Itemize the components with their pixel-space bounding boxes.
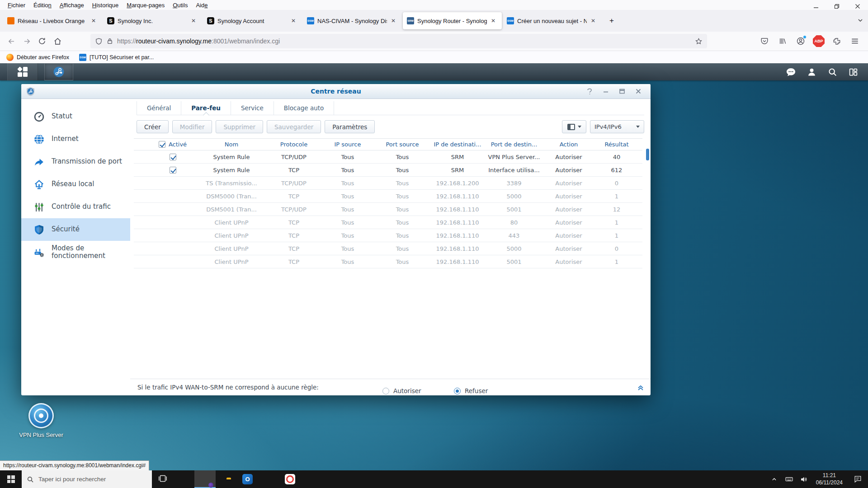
taskbar-app-task-view[interactable] [152, 470, 173, 488]
rule-enabled-checkbox[interactable] [170, 167, 176, 174]
table-row[interactable]: System RuleTCP/UDPTousTousSRMVPN Plus Se… [134, 150, 642, 164]
ip-version-select[interactable]: IPv4/IPv6 [590, 120, 644, 133]
select-all-checkbox[interactable] [159, 141, 165, 148]
network-center-taskbar-button[interactable] [44, 63, 73, 80]
sidebar-item-transmission-de-port[interactable]: Transmission de port [21, 150, 130, 173]
restore-icon[interactable] [826, 0, 847, 13]
taskbar-search-box[interactable]: Taper ici pour rechercher [22, 470, 152, 488]
menu-outils[interactable]: Outils [169, 1, 192, 9]
minimize-icon[interactable] [806, 0, 826, 13]
radio-option-refuser[interactable]: Refuser [454, 387, 488, 394]
back-icon[interactable] [4, 34, 19, 48]
tracking-shield-icon[interactable] [95, 38, 103, 45]
column-header-ip-de-destinati[interactable]: IP de destinati... [429, 141, 486, 148]
extensions-puzzle-icon[interactable] [830, 34, 844, 48]
search-icon[interactable] [822, 63, 843, 80]
modifier-button[interactable]: Modifier [172, 120, 212, 133]
browser-tab[interactable]: SSynology Account [203, 12, 302, 29]
column-header-nom[interactable]: Nom [195, 141, 268, 148]
column-header-protocole[interactable]: Protocole [268, 141, 320, 148]
sidebar-item-internet[interactable]: Internet [21, 128, 130, 150]
menu-fichier[interactable]: Fichier [4, 1, 29, 9]
new-tab-button[interactable] [605, 14, 618, 28]
action-center-icon[interactable] [847, 475, 868, 483]
tab-close-icon[interactable] [389, 16, 398, 25]
menu-aide[interactable]: Aide [192, 1, 212, 9]
taskbar-app-red-app[interactable] [279, 470, 301, 488]
tab-blocage-auto[interactable]: Blocage auto [274, 101, 335, 115]
tab-service[interactable]: Service [231, 101, 274, 115]
volume-icon[interactable] [797, 470, 811, 488]
radio-option-autoriser[interactable]: Autoriser [382, 387, 421, 394]
menu-historique[interactable]: Historique [88, 1, 123, 9]
window-titlebar[interactable]: Centre réseau [21, 84, 651, 99]
sauvegarder-button[interactable]: Sauvegarder [267, 120, 321, 133]
menu-edition[interactable]: Édition [29, 1, 56, 9]
table-row[interactable]: Client UPnPTCPTousTous192.168.1.1105000A… [134, 242, 642, 255]
sidebar-item-reseau-local[interactable]: Réseau local [21, 173, 130, 196]
bookmark-tuto-securiser-et-par[interactable]: DSM[TUTO] Sécuriser et par... [79, 54, 154, 61]
touch-keyboard-icon[interactable] [782, 470, 797, 488]
table-row[interactable]: Client UPnPTCPTousTous192.168.1.110443Au… [134, 229, 642, 242]
home-icon[interactable] [50, 34, 65, 48]
close-icon[interactable] [847, 0, 868, 13]
tab-close-icon[interactable] [89, 16, 98, 25]
browser-tab[interactable]: SSynology Inc. [103, 12, 202, 29]
tab-pare-feu[interactable]: Pare-feu [181, 101, 231, 115]
sidebar-item-modes-de-fonctionnement[interactable]: Modes de fonctionnement [21, 241, 130, 263]
help-icon[interactable] [585, 87, 594, 95]
window-maximize-icon[interactable] [618, 87, 626, 95]
taskbar-clock[interactable]: 11:21 06/11/2024 [811, 472, 847, 486]
window-close-icon[interactable] [634, 87, 642, 95]
column-header-ip-source[interactable]: IP source [320, 141, 375, 148]
column-header-active[interactable]: Activé [150, 141, 195, 148]
reload-icon[interactable] [34, 34, 50, 48]
column-header-port-de-destin[interactable]: Port de destin... [486, 141, 542, 148]
row-enabled-cell[interactable] [150, 154, 195, 160]
tab-close-icon[interactable] [189, 16, 198, 25]
browser-tab[interactable]: Réseau - Livebox Orange [3, 12, 102, 29]
sidebar-item-controle-du-trafic[interactable]: Contrôle du trafic [21, 196, 130, 218]
taskbar-app-blue-app[interactable] [258, 470, 279, 488]
tab-general[interactable]: Général [137, 101, 181, 115]
column-header-port-source[interactable]: Port source [375, 141, 429, 148]
parametres-button[interactable]: Paramètres [325, 120, 375, 133]
bookmark-star-icon[interactable] [695, 38, 703, 45]
radio-selected-icon[interactable] [454, 388, 461, 394]
url-bar[interactable]: https://routeur-civam.synology.me:8001/w… [90, 34, 707, 48]
creer-button[interactable]: Créer [137, 120, 169, 133]
taskbar-app-firefox[interactable] [194, 470, 216, 488]
tab-close-icon[interactable] [289, 16, 298, 25]
supprimer-button[interactable]: Supprimer [216, 120, 263, 133]
collapse-footer-icon[interactable] [637, 384, 644, 391]
library-icon[interactable] [776, 34, 789, 48]
table-row[interactable]: DSM5000 (Tran...TCPTousTous192.168.1.110… [134, 190, 642, 203]
table-row[interactable]: Client UPnPTCPTousTous192.168.1.11080Aut… [134, 216, 642, 229]
tab-close-icon[interactable] [489, 16, 498, 25]
table-row[interactable]: DSM5001 (Tran...TCP/UDPTousTous192.168.1… [134, 203, 642, 216]
window-minimize-icon[interactable] [602, 87, 610, 95]
adblock-icon[interactable]: ABP [812, 34, 826, 48]
taskbar-app-outlook[interactable] [237, 470, 258, 488]
menu-affichage[interactable]: Affichage [56, 1, 88, 9]
taskbar-app-edge[interactable] [173, 470, 194, 488]
table-scrollbar-thumb[interactable] [646, 149, 649, 160]
taskbar-app-file-explorer[interactable] [216, 470, 237, 488]
list-all-tabs-icon[interactable] [857, 17, 863, 25]
browser-tab-active[interactable]: SRMSynology Router - SynologyRou [403, 12, 502, 29]
sidebar-item-securite[interactable]: Sécurité [21, 218, 130, 241]
user-options-icon[interactable] [801, 63, 822, 80]
sidebar-item-statut[interactable]: Statut [21, 105, 130, 128]
tab-close-icon[interactable] [589, 16, 598, 25]
table-row[interactable]: Client UPnPTCPTousTous192.168.1.1105001A… [134, 255, 642, 268]
account-icon[interactable] [794, 34, 807, 48]
browser-tab[interactable]: DSMNAS-CIVAM - Synology DiskSta [303, 12, 402, 29]
row-enabled-cell[interactable] [150, 167, 195, 174]
notifications-chat-icon[interactable] [780, 63, 801, 80]
menu-marque-pages[interactable]: Marque-pages [123, 1, 169, 9]
table-row[interactable]: System RuleTCPTousTousSRMInterface utili… [134, 164, 642, 177]
browser-tab[interactable]: DSMCréer un nouveau sujet - NAS-F [503, 12, 602, 29]
column-settings-button[interactable] [562, 120, 586, 133]
bookmark-debuter-avec-firefox[interactable]: Débuter avec Firefox [6, 54, 69, 61]
widgets-icon[interactable] [843, 63, 863, 80]
